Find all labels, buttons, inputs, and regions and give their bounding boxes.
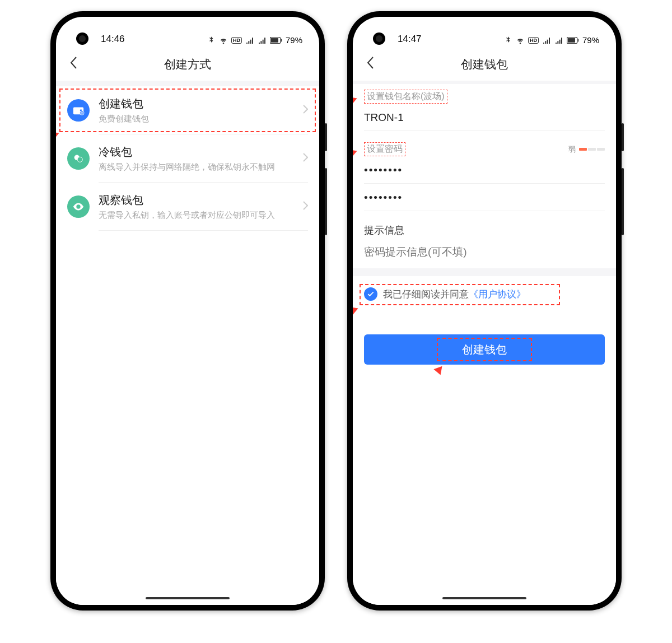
hint-input[interactable] [364,238,605,265]
password-strength: 弱 [568,145,605,155]
chevron-left-icon [69,56,77,69]
signal-icon-1 [245,36,254,45]
back-button[interactable] [362,55,379,73]
user-agreement-link[interactable]: 《用户协议》 [469,289,526,300]
hd-icon: HD [528,37,539,44]
battery-icon [567,37,579,44]
wifi-icon [219,36,228,45]
bluetooth-icon [207,36,216,45]
password-input[interactable] [364,156,605,184]
svg-rect-2 [281,39,282,41]
item-subtitle: 免费创建钱包 [99,114,293,124]
signal-icon-1 [542,36,551,45]
password-label: 设置密码 [364,142,405,156]
section-divider [56,81,319,86]
hd-icon: HD [231,37,242,44]
create-wallet-button[interactable]: 创建钱包 [364,334,605,365]
section-divider [353,268,616,276]
phone-frame-left: 14:46 HD 79% 创建方式 [50,11,325,611]
strength-text: 弱 [568,145,576,155]
annotation-arrow [353,94,358,105]
chevron-left-icon [366,56,374,69]
home-indicator[interactable] [146,597,230,599]
wallet-icon [67,99,90,122]
strength-bar-3 [597,148,605,151]
cold-wallet-icon [67,147,90,170]
camera-cutout [373,32,385,45]
chevron-right-icon [302,103,308,118]
camera-cutout [76,32,88,45]
item-title: 冷钱包 [99,145,293,160]
check-icon [367,290,375,298]
agree-checkbox[interactable] [364,287,377,301]
agree-text: 我已仔细阅读并同意 [383,289,469,300]
annotation-arrow [433,363,445,375]
list-item-create-wallet[interactable]: 创建钱包 免费创建钱包 [56,86,319,134]
chevron-right-icon [302,199,308,214]
nav-bar: 创建方式 [56,48,319,81]
signal-icon-2 [554,36,563,45]
svg-point-5 [77,157,82,162]
signal-icon-2 [258,36,267,45]
status-time: 14:47 [398,34,422,45]
annotation-arrow [353,304,360,315]
status-icons: HD 79% [207,35,302,45]
svg-rect-9 [578,39,579,41]
page-title: 创建方式 [56,57,319,72]
back-button[interactable] [65,55,82,73]
list-item-cold-wallet[interactable]: 冷钱包 离线导入并保持与网络隔绝，确保私钥永不触网 [56,134,319,183]
hint-label: 提示信息 [364,222,404,238]
status-bar: 14:46 HD 79% [56,17,319,48]
svg-rect-1 [271,38,278,43]
strength-bar-2 [588,148,596,151]
status-icons: HD 79% [503,35,599,45]
item-title: 观察钱包 [99,193,293,208]
phone-frame-right: 14:47 HD 79% 创建钱包 设置钱包名称(波场) TRON-1 [347,11,622,611]
password-confirm-input[interactable] [364,184,605,211]
page-title: 创建钱包 [353,57,616,72]
annotation-arrow [353,147,358,158]
item-subtitle: 离线导入并保持与网络隔绝，确保私钥永不触网 [99,162,293,173]
strength-bar-1 [579,148,587,151]
bluetooth-icon [503,36,512,45]
wifi-icon [516,36,525,45]
home-indicator[interactable] [442,597,526,599]
nav-bar: 创建钱包 [353,48,616,81]
status-bar: 14:47 HD 79% [353,17,616,48]
eye-icon [67,195,90,218]
battery-percent: 79% [286,35,302,45]
chevron-right-icon [302,151,308,166]
list-item-watch-wallet[interactable]: 观察钱包 无需导入私钥，输入账号或者对应公钥即可导入 [56,183,319,231]
wallet-name-input[interactable]: TRON-1 [364,104,605,131]
svg-point-6 [77,206,80,208]
item-subtitle: 无需导入私钥，输入账号或者对应公钥即可导入 [99,210,293,221]
svg-rect-8 [568,38,575,43]
item-title: 创建钱包 [99,96,293,111]
battery-percent: 79% [582,35,599,45]
button-label: 创建钱包 [462,342,507,357]
status-time: 14:46 [101,34,125,45]
battery-icon [270,37,282,44]
wallet-name-label: 设置钱包名称(波场) [364,90,447,104]
